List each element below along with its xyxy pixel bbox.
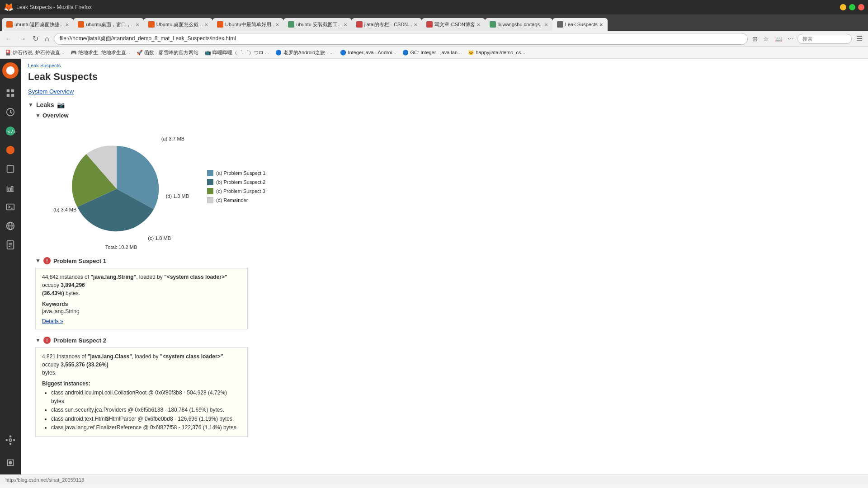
bookmark-integer[interactable]: 🔵 Integer.java - Androi...: [339, 49, 397, 56]
tab-close-2[interactable]: ×: [136, 22, 139, 28]
p2-prefix: 4,821 instances of: [42, 353, 88, 360]
p2-instance-4: class java.lang.ref.FinalizerReference @…: [51, 423, 241, 432]
bookmark-炉石[interactable]: 🎴 炉石传说_炉石传说直...: [4, 49, 66, 56]
tab-label-2: ubuntu桌面，窗口，..: [86, 21, 134, 28]
sidebar-icon-terminal[interactable]: [2, 199, 19, 215]
leaks-toggle-icon[interactable]: ▼: [28, 102, 33, 108]
p2-instances-list: class android.icu.impl.coll.CollationRoo…: [51, 389, 241, 432]
overview-header[interactable]: ▼ Overview: [35, 112, 861, 119]
bookmark-老罗[interactable]: 🔵 老罗的Android之旅 - ...: [274, 49, 335, 56]
svg-rect-3: [7, 94, 9, 97]
tab-1[interactable]: ubuntu返回桌面快捷... ×: [2, 18, 73, 31]
back-button[interactable]: ←: [4, 34, 14, 44]
p2-bytes: 3,555,376 (33.26%): [61, 361, 108, 368]
maximize-button[interactable]: [849, 4, 855, 10]
pie-label-b: (b) 3.4 MB: [53, 207, 76, 212]
more-button[interactable]: ⋯: [786, 34, 796, 43]
breadcrumb-link[interactable]: Leak Suspects: [28, 63, 61, 68]
chart-legend: (a) Problem Suspect 1 (b) Problem Suspec…: [207, 170, 265, 203]
menu-button[interactable]: ☰: [854, 33, 864, 44]
tab-close-3[interactable]: ×: [204, 22, 208, 28]
sidebar-icon-5[interactable]: [2, 180, 19, 196]
sidebar-icon-2[interactable]: [2, 104, 19, 120]
p2-mid: , loaded by: [132, 353, 160, 360]
tab-favicon-6: [356, 21, 363, 28]
tab-close-4[interactable]: ×: [276, 22, 279, 28]
p1-end: bytes.: [64, 290, 80, 296]
bookmark-gc[interactable]: 🔵 GC: Integer - java.lan...: [401, 49, 463, 56]
search-input[interactable]: [797, 34, 852, 44]
problem-2-toggle[interactable]: ▼: [35, 337, 41, 343]
tab-3[interactable]: Ubuntu 桌面怎么截... ×: [144, 18, 212, 31]
bookmark-哔哩哔哩[interactable]: 📺 哔哩哔哩（゜-゜）つロ ...: [203, 49, 271, 56]
problem-1-header[interactable]: ▼ ! Problem Suspect 1: [35, 257, 861, 264]
system-overview-link[interactable]: System Overview: [28, 88, 74, 95]
svg-rect-8: [7, 166, 14, 173]
tab-5[interactable]: ubuntu 安装截图工... ×: [283, 18, 351, 31]
sidebar-firefox-icon[interactable]: [2, 62, 19, 79]
p1-details-link[interactable]: Details »: [42, 318, 63, 324]
url-bar[interactable]: [54, 33, 748, 45]
bookmark-绝地求生[interactable]: 🎮 绝地求生_绝地求生直...: [69, 49, 131, 56]
problem-2-box: 4,821 instances of "java.lang.Class", lo…: [35, 347, 248, 437]
tab-8[interactable]: liuwangshu.cn/tags.. ×: [485, 18, 552, 31]
tab-9-leak-suspects[interactable]: Leak Suspects ×: [552, 18, 608, 31]
legend-color-c: [207, 188, 213, 194]
tab-favicon-9: [557, 21, 563, 28]
problem-suspect-1-section: ▼ ! Problem Suspect 1 44,842 instances o…: [35, 257, 861, 329]
minimize-button[interactable]: [840, 4, 846, 10]
p2-loader: "<system class loader>": [160, 353, 223, 360]
sidebar-icon-8[interactable]: [2, 432, 19, 448]
leaks-section-header[interactable]: ▼ Leaks 📷: [28, 101, 861, 108]
tab-close-8[interactable]: ×: [544, 22, 548, 28]
bookmark-函数[interactable]: 🚀 函数 - 廖雪峰的官方网站: [135, 49, 200, 56]
bookmark-button[interactable]: ☆: [761, 34, 771, 43]
problem-2-header[interactable]: ▼ ! Problem Suspect 2: [35, 337, 861, 344]
svg-rect-10: [11, 186, 13, 191]
extensions-button[interactable]: ⊞: [750, 34, 760, 43]
overview-toggle-icon[interactable]: ▼: [35, 113, 41, 119]
tab-close-1[interactable]: ×: [66, 22, 69, 28]
legend-label-a: (a) Problem Suspect 1: [216, 170, 265, 176]
reading-mode-button[interactable]: 📖: [773, 34, 784, 43]
leaks-section-title: Leaks: [36, 101, 54, 108]
pie-label-a: (a) 3.7 MB: [161, 136, 184, 141]
pie-label-d: (d) 1.3 MB: [166, 193, 189, 199]
sidebar-icon-9[interactable]: [2, 455, 19, 471]
legend-item-a: (a) Problem Suspect 1: [207, 170, 265, 176]
tab-favicon-3: [148, 21, 155, 28]
window-controls: [840, 4, 864, 10]
svg-point-20: [9, 439, 12, 441]
sidebar-icon-1[interactable]: [2, 85, 19, 101]
home-button[interactable]: ⌂: [43, 34, 51, 44]
sidebar-icon-code[interactable]: </>: [2, 123, 19, 139]
svg-rect-4: [11, 94, 14, 97]
tab-6[interactable]: jiatai的专栏 - CSDN... ×: [352, 18, 422, 31]
problem-1-description: 44,842 instances of "java.lang.String", …: [42, 273, 241, 297]
tab-close-7[interactable]: ×: [477, 22, 481, 28]
tab-4[interactable]: Ubuntu中最简单好用.. ×: [212, 18, 283, 31]
tab-label-1: ubuntu返回桌面快捷...: [14, 21, 64, 28]
tab-7[interactable]: 写文章-CSDN博客 ×: [422, 18, 485, 31]
tab-close-9[interactable]: ×: [599, 22, 603, 28]
problem-1-toggle[interactable]: ▼: [35, 258, 41, 264]
p1-keywords-value: java.lang.String: [42, 308, 241, 314]
pie-chart: (a) 3.7 MB (b) 3.4 MB (c) 1.8 MB (d) 1.3…: [53, 123, 189, 250]
tab-close-6[interactable]: ×: [414, 22, 417, 28]
sidebar-icon-3[interactable]: [2, 142, 19, 158]
sidebar-icon-globe[interactable]: [2, 218, 19, 234]
p1-classname: "java.lang.String": [90, 274, 136, 280]
tab-close-5[interactable]: ×: [344, 22, 347, 28]
problem-2-icon: !: [43, 337, 51, 344]
sidebar-icon-4[interactable]: [2, 161, 19, 177]
tab-2[interactable]: ubuntu桌面，窗口，.. ×: [73, 18, 143, 31]
sidebar-icon-7[interactable]: [2, 237, 19, 253]
tab-label-7: 写文章-CSDN博客: [434, 21, 475, 28]
bookmark-happyjiatai[interactable]: 🐱 happyjiatai/demo_cs...: [467, 49, 527, 56]
svg-rect-9: [9, 188, 10, 191]
forward-button[interactable]: →: [17, 34, 28, 44]
p1-mid: , loaded by: [136, 274, 164, 280]
tab-bar: ubuntu返回桌面快捷... × ubuntu桌面，窗口，.. × Ubunt…: [0, 14, 868, 31]
close-button[interactable]: [858, 4, 864, 10]
reload-button[interactable]: ↻: [31, 33, 40, 44]
